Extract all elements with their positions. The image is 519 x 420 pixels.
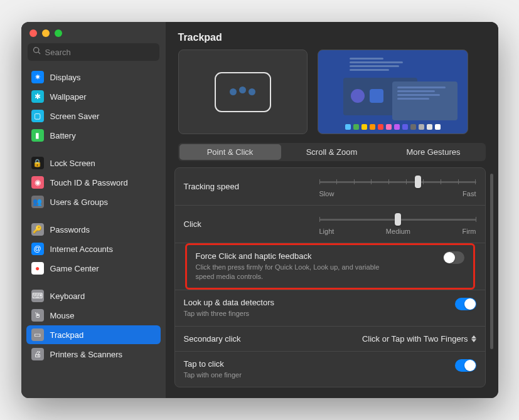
sidebar-item-screen-saver[interactable]: ▢Screen Saver [26, 107, 161, 125]
dock-app-icon [402, 124, 408, 130]
zoom-window-button[interactable] [55, 29, 62, 37]
tap-to-click-label: Tap to click [184, 359, 445, 369]
tabs: Point & Click Scroll & Zoom More Gesture… [178, 143, 486, 161]
tab-scroll-and-zoom[interactable]: Scroll & Zoom [281, 144, 383, 160]
click-slider-label: Firm [462, 228, 476, 235]
force-click-highlighted-row: Force Click and haptic feedback Click th… [185, 243, 475, 290]
keyboard-icon: ⌨ [31, 290, 44, 302]
sidebar-item-label: Touch ID & Password [50, 178, 128, 187]
sidebar-item-trackpad[interactable]: ▭Trackpad [26, 325, 161, 344]
row-click: Click LightMediumFirm [175, 206, 485, 243]
lookup-toggle[interactable] [455, 298, 476, 310]
mouse-icon: 🖱 [31, 309, 44, 322]
force-click-toggle[interactable] [443, 251, 464, 264]
trackpad-icon [215, 72, 271, 112]
sidebar-item-label: Users & Groups [50, 197, 108, 207]
dock-app-icon [378, 124, 383, 130]
tracking-speed-max-label: Fast [463, 190, 476, 197]
printers-scanners-icon: 🖨 [31, 348, 44, 360]
battery-icon: ▮ [31, 129, 44, 142]
click-slider[interactable] [319, 213, 476, 226]
sidebar-item-label: Mouse [50, 311, 75, 320]
scrollbar[interactable] [490, 174, 493, 349]
sidebar: ✷Displays✱Wallpaper▢Screen Saver▮Battery… [21, 22, 166, 398]
finger-dot [249, 88, 255, 95]
dock-app-icon [410, 124, 416, 130]
dock-app-icon [427, 124, 432, 130]
sidebar-item-label: Displays [50, 73, 81, 82]
sidebar-item-passwords[interactable]: 🔑Passwords [26, 220, 161, 239]
settings-list[interactable]: Tracking speed Slow Fast [174, 167, 495, 392]
click-slider-label: Light [319, 228, 334, 235]
lookup-label: Look up & data detectors [184, 298, 445, 307]
trackpad-gesture-preview [178, 50, 308, 134]
trackpad-icon: ▭ [31, 328, 44, 341]
sidebar-item-keyboard[interactable]: ⌨Keyboard [26, 286, 161, 305]
dock-app-icon [353, 124, 359, 130]
dock-app-icon [345, 124, 351, 130]
row-secondary-click: Secondary click Click or Tap with Two Fi… [175, 327, 485, 352]
system-settings-window: ✷Displays✱Wallpaper▢Screen Saver▮Battery… [21, 22, 498, 398]
sidebar-item-label: Trackpad [50, 330, 84, 340]
row-tracking-speed: Tracking speed Slow Fast [175, 168, 485, 206]
sidebar-item-label: Passwords [50, 225, 90, 234]
secondary-click-value: Click or Tap with Two Fingers [362, 334, 468, 344]
row-lookup: Look up & data detectors Tap with three … [175, 290, 485, 327]
chevron-up-down-icon [471, 335, 476, 342]
sidebar-item-label: Screen Saver [50, 112, 100, 121]
sidebar-item-label: Internet Accounts [50, 244, 113, 254]
dock-app-icon [361, 124, 367, 130]
sidebar-item-mouse[interactable]: 🖱Mouse [26, 306, 161, 325]
gesture-video-preview [318, 50, 468, 134]
sidebar-item-battery[interactable]: ▮Battery [26, 126, 161, 145]
sidebar-item-label: Keyboard [50, 291, 85, 301]
wallpaper-icon: ✱ [31, 90, 44, 103]
sidebar-item-printers-scanners[interactable]: 🖨Printers & Scanners [26, 345, 161, 364]
tab-point-and-click[interactable]: Point & Click [179, 144, 281, 160]
finger-dot [230, 88, 237, 95]
sidebar-item-displays[interactable]: ✷Displays [26, 68, 161, 87]
search-input[interactable] [45, 48, 154, 57]
search-icon [33, 46, 41, 58]
tracking-speed-slider[interactable] [319, 176, 476, 188]
force-click-description: Click then press firmly for Quick Look, … [196, 263, 397, 281]
lookup-description: Tap with three fingers [184, 309, 385, 318]
tracking-speed-label: Tracking speed [184, 182, 239, 191]
dock-app-icon [419, 124, 424, 130]
force-click-label: Force Click and haptic feedback [196, 251, 443, 261]
dock-app-icon [386, 124, 392, 130]
screen-saver-icon: ▢ [31, 110, 44, 122]
sidebar-list[interactable]: ✷Displays✱Wallpaper▢Screen Saver▮Battery… [21, 67, 166, 398]
finger-dot [239, 87, 246, 93]
dock-app-icon [435, 124, 441, 130]
tracking-speed-min-label: Slow [319, 190, 334, 197]
click-label: Click [184, 219, 201, 229]
tap-to-click-toggle[interactable] [455, 359, 476, 372]
row-tap-to-click: Tap to click Tap with one finger [175, 352, 485, 387]
close-window-button[interactable] [29, 29, 37, 37]
click-slider-label: Medium [386, 228, 410, 235]
lock-screen-icon: 🔒 [31, 157, 44, 169]
sidebar-item-touch-id-password[interactable]: ◉Touch ID & Password [26, 173, 161, 192]
tab-more-gestures[interactable]: More Gestures [383, 144, 484, 160]
sidebar-item-internet-accounts[interactable]: @Internet Accounts [26, 239, 161, 258]
sidebar-item-label: Game Center [50, 264, 99, 273]
displays-icon: ✷ [31, 71, 44, 83]
sidebar-item-wallpaper[interactable]: ✱Wallpaper [26, 87, 161, 106]
users-groups-icon: 👥 [31, 196, 44, 208]
sidebar-item-label: Lock Screen [50, 159, 95, 168]
secondary-click-dropdown[interactable]: Click or Tap with Two Fingers [362, 334, 476, 344]
sidebar-item-label: Printers & Scanners [50, 350, 123, 359]
sidebar-item-users-groups[interactable]: 👥Users & Groups [26, 192, 161, 211]
sidebar-item-lock-screen[interactable]: 🔒Lock Screen [26, 154, 161, 172]
dock-app-icon [370, 124, 375, 130]
tap-to-click-description: Tap with one finger [184, 370, 385, 380]
sidebar-item-game-center[interactable]: ●Game Center [26, 259, 161, 278]
touch-id-password-icon: ◉ [31, 176, 44, 189]
search-field[interactable] [28, 43, 159, 61]
passwords-icon: 🔑 [31, 223, 44, 236]
secondary-click-label: Secondary click [184, 334, 241, 344]
internet-accounts-icon: @ [31, 243, 44, 255]
game-center-icon: ● [31, 262, 44, 275]
minimize-window-button[interactable] [42, 29, 50, 37]
